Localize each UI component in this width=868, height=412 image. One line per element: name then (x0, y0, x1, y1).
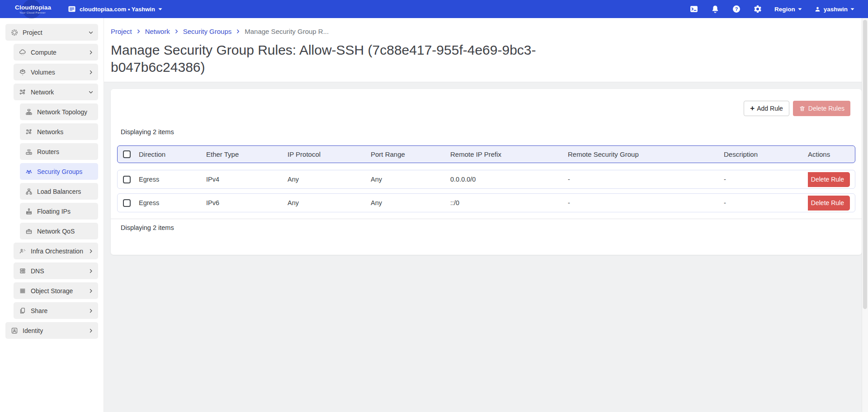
table-header-row: DirectionEther TypeIP ProtocolPort Range… (117, 145, 855, 163)
breadcrumb: Project Network Security Groups Manage S… (111, 28, 853, 35)
column-header-ether-type: Ether Type (206, 150, 288, 158)
sidebar-item-compute[interactable]: Compute (14, 44, 98, 61)
user-label: yashwin (824, 6, 848, 13)
sidebar-item-label: Floating IPs (37, 208, 71, 215)
project-context-label: cloudtopiaa.com • Yashwin (80, 6, 155, 13)
delete-rules-label: Delete Rules (808, 105, 844, 112)
breadcrumb-link-security-groups[interactable]: Security Groups (183, 28, 232, 35)
notifications-bell-icon[interactable] (711, 5, 720, 14)
sidebar-item-network-qos[interactable]: Network QoS (20, 223, 98, 239)
identity-icon (10, 327, 19, 335)
cell-port-range: Any (371, 176, 450, 183)
add-rule-label: Add Rule (757, 105, 783, 112)
trash-icon (799, 105, 806, 112)
sidebar-item-label: Network Topology (37, 108, 87, 116)
cell-actions: Delete Rule (808, 172, 855, 187)
column-header-actions: Actions (808, 150, 855, 158)
help-icon[interactable]: ? (732, 5, 741, 14)
console-icon[interactable] (689, 5, 698, 14)
sidebar-item-routers[interactable]: Routers (20, 143, 98, 160)
cell-ether-type: IPv4 (206, 176, 288, 183)
sidebar-item-dns[interactable]: DNS (14, 262, 98, 279)
delete-rule-button[interactable]: Delete Rule (808, 196, 850, 211)
delete-rules-button[interactable]: Delete Rules (793, 101, 850, 116)
sidebar-item-label: Routers (37, 148, 59, 155)
sidebar-item-share[interactable]: Share (14, 302, 98, 319)
cell-ip-protocol: Any (288, 199, 371, 206)
svg-text:?: ? (735, 6, 738, 12)
plus-icon: + (750, 104, 755, 112)
page-header: Project Network Security Groups Manage S… (104, 18, 862, 82)
cell-direction: Egress (139, 176, 206, 183)
caret-down-icon (158, 8, 162, 11)
select-all-checkbox[interactable] (123, 150, 131, 158)
brand-logo[interactable]: Cloudtopiaa Your Cloud Partner (15, 4, 62, 14)
cell-actions: Delete Rule (808, 196, 855, 211)
chevron-down-icon (88, 30, 94, 35)
items-count-top: Displaying 2 items (121, 128, 862, 136)
scrollbar-thumb[interactable] (863, 20, 867, 309)
sidebar-item-volumes[interactable]: Volumes (14, 64, 98, 80)
cell-direction: Egress (139, 199, 206, 206)
sidebar-item-network[interactable]: Network (14, 84, 98, 100)
user-menu[interactable]: yashwin (814, 6, 854, 13)
infra-orchestration-icon (19, 247, 27, 255)
context-list-icon (67, 5, 76, 14)
chevron-right-icon (88, 308, 94, 314)
table-footer-divider (111, 219, 862, 219)
share-document-icon (19, 307, 27, 315)
table-row: EgressIPv4AnyAny0.0.0.0/0--Delete Rule (117, 170, 855, 189)
sidebar-item-label: Network (31, 89, 54, 96)
card-toolbar: + Add Rule Delete Rules (111, 89, 862, 116)
sidebar-item-label: Network QoS (37, 228, 75, 235)
brand-name: Cloudtopiaa (15, 4, 62, 11)
delete-rule-button[interactable]: Delete Rule (808, 172, 850, 187)
sidebar-item-network-topology[interactable]: Network Topology (20, 103, 98, 120)
caret-down-icon (850, 8, 854, 11)
sidebar-item-label: Identity (23, 327, 43, 334)
column-header-description: Description (724, 150, 808, 158)
network-topology-icon (25, 108, 33, 116)
sidebar-item-security-groups[interactable]: Security Groups (20, 163, 98, 180)
object-storage-icon (19, 287, 27, 295)
column-header-direction: Direction (139, 150, 206, 158)
security-groups-icon (25, 168, 33, 176)
breadcrumb-link-network[interactable]: Network (145, 28, 170, 35)
region-dropdown[interactable]: Region (774, 6, 802, 13)
volumes-cube-icon (19, 68, 27, 76)
column-header-remote-ip-prefix: Remote IP Prefix (450, 150, 568, 158)
sidebar-item-infra-orchestration[interactable]: Infra Orchestration (14, 243, 98, 259)
sidebar-item-load-balancers[interactable]: Load Balancers (20, 183, 98, 200)
project-context-dropdown[interactable]: cloudtopiaa.com • Yashwin (67, 5, 162, 14)
network-nodes-icon (19, 88, 27, 96)
breadcrumb-current: Manage Security Group R... (245, 28, 329, 35)
sidebar-item-networks[interactable]: Networks (20, 123, 98, 140)
cell-remote-security-group: - (568, 176, 724, 183)
chevron-right-icon (88, 268, 94, 274)
settings-gear-icon[interactable] (753, 5, 762, 14)
cell-remote-ip-prefix: ::/0 (450, 199, 568, 206)
sidebar-item-label: Project (23, 29, 42, 36)
page-scrollbar[interactable] (862, 18, 868, 412)
breadcrumb-chevron-icon (236, 29, 241, 34)
table-body: EgressIPv4AnyAny0.0.0.0/0--Delete RuleEg… (111, 170, 862, 212)
sidebar-item-label: Volumes (31, 69, 55, 76)
topbar: Cloudtopiaa Your Cloud Partner cloudtopi… (0, 0, 868, 18)
add-rule-button[interactable]: + Add Rule (744, 101, 789, 116)
sidebar-item-identity[interactable]: Identity (5, 322, 98, 339)
items-count-bottom: Displaying 2 items (121, 224, 862, 231)
caret-down-icon (798, 8, 802, 11)
breadcrumb-link-project[interactable]: Project (111, 28, 132, 35)
cell-port-range: Any (371, 199, 450, 206)
row-checkbox[interactable] (123, 199, 131, 207)
sidebar-nav: ProjectComputeVolumesNetworkNetwork Topo… (0, 18, 104, 412)
chevron-down-icon (88, 89, 94, 95)
cell-description: - (724, 176, 808, 183)
sidebar-item-floating-ips[interactable]: Floating IPs (20, 203, 98, 220)
networks-icon (25, 128, 33, 136)
row-checkbox[interactable] (123, 176, 131, 183)
table-row: EgressIPv6AnyAny::/0--Delete Rule (117, 193, 855, 212)
sidebar-item-object-storage[interactable]: Object Storage (14, 282, 98, 299)
sidebar-item-project[interactable]: Project (5, 24, 98, 41)
chevron-right-icon (88, 70, 94, 75)
